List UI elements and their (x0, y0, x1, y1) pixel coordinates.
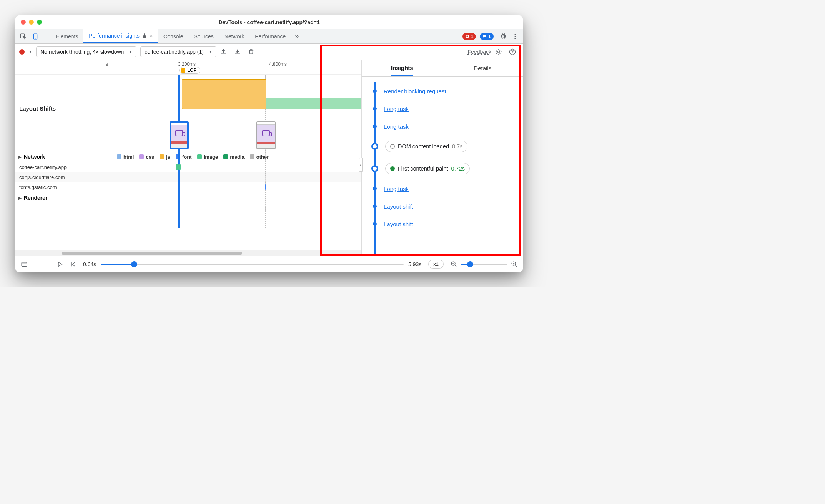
timeline-pane: s 3,200ms 4,800ms LCP Layout Shifts (15, 60, 361, 256)
lcp-color-icon (181, 68, 185, 73)
insights-toolbar: ▼ No network throttling, 4× slowdown ▼ c… (15, 44, 523, 60)
insight-dot-icon (373, 187, 377, 191)
network-host-row[interactable]: fonts.gstatic.com (15, 182, 361, 192)
scrollbar-thumb[interactable] (62, 252, 242, 255)
time-slider[interactable] (101, 264, 404, 265)
settings-icon[interactable] (497, 31, 508, 42)
disclosure-triangle-icon[interactable]: ▶ (18, 155, 22, 159)
layout-shifts-section: Layout Shifts (15, 75, 361, 151)
filmstrip-thumb-selected[interactable] (170, 121, 189, 149)
horizontal-scrollbar[interactable] (15, 250, 361, 256)
error-badge[interactable]: 1 (462, 33, 476, 40)
trash-icon[interactable] (248, 48, 258, 55)
dashed-marker (180, 75, 180, 228)
status-dot-icon (390, 166, 395, 171)
more-tabs-icon[interactable]: » (293, 32, 301, 40)
tab-insights[interactable]: Insights (362, 60, 442, 76)
close-tab-icon[interactable]: × (150, 33, 153, 39)
filmstrip-thumb[interactable] (256, 121, 276, 149)
maximize-icon[interactable] (37, 20, 42, 25)
devtools-tabbar: Elements Performance insights × Console … (15, 29, 523, 44)
chevron-down-icon: ▼ (208, 50, 212, 54)
issues-badge[interactable]: 1 (480, 33, 494, 40)
feedback-link[interactable]: Feedback (468, 49, 491, 55)
time-tick: s (106, 61, 108, 67)
tab-console[interactable]: Console (158, 29, 188, 43)
slider-knob[interactable] (467, 261, 473, 267)
network-host-row[interactable]: coffee-cart.netlify.app (15, 162, 361, 172)
minimize-icon[interactable] (29, 20, 34, 25)
download-icon[interactable] (234, 48, 244, 55)
insight-item[interactable]: Long task (371, 100, 517, 118)
zoom-out-icon[interactable] (451, 261, 457, 267)
network-legend: html css js font image media other (109, 154, 358, 160)
help-icon[interactable] (509, 48, 519, 55)
insight-item[interactable]: Layout shift (371, 215, 517, 233)
timeline-ruler: s 3,200ms 4,800ms LCP (15, 60, 361, 75)
insights-list: Render blocking request Long task Long t… (362, 77, 523, 256)
traffic-lights (21, 20, 42, 25)
zoom-in-icon[interactable] (511, 261, 517, 267)
insight-dot-icon (373, 89, 377, 93)
device-toggle-icon[interactable] (30, 31, 41, 42)
slider-knob[interactable] (131, 261, 137, 267)
tab-network[interactable]: Network (219, 29, 249, 43)
insight-link[interactable]: Layout shift (384, 221, 413, 227)
insight-link[interactable]: Long task (384, 186, 409, 192)
zoom-slider[interactable] (461, 264, 507, 265)
range-end-time: 5.93s (408, 261, 421, 267)
insight-item[interactable]: Render blocking request (371, 82, 517, 100)
throttling-select[interactable]: No network throttling, 4× slowdown ▼ (36, 46, 136, 57)
tab-details[interactable]: Details (442, 60, 523, 76)
timeline-canvas[interactable] (105, 75, 361, 151)
insight-link[interactable]: Long task (384, 123, 409, 130)
insight-dot-icon (373, 107, 377, 111)
upload-icon[interactable] (220, 48, 230, 55)
insight-dot-icon (373, 222, 377, 226)
toggle-view-icon[interactable] (21, 261, 28, 268)
playback-speed[interactable]: x1 (428, 260, 444, 269)
gear-icon[interactable] (495, 48, 505, 55)
insight-milestone[interactable]: First contentful paint 0.72s (371, 158, 517, 180)
separator (44, 32, 44, 41)
rewind-icon[interactable] (70, 261, 76, 267)
page-select[interactable]: coffee-cart.netlify.app (1) ▼ (140, 46, 216, 57)
insight-item[interactable]: Long task (371, 118, 517, 135)
svg-point-4 (515, 34, 516, 35)
record-menu-caret[interactable]: ▼ (28, 50, 32, 54)
close-icon[interactable] (21, 20, 26, 25)
svg-point-6 (515, 38, 516, 39)
network-host-row[interactable]: cdnjs.cloudflare.com (15, 172, 361, 182)
insight-item[interactable]: Layout shift (371, 197, 517, 215)
time-tick: 3,200ms (178, 61, 196, 67)
insights-pane-tabs: Insights Details (362, 60, 523, 77)
record-button[interactable] (19, 49, 25, 55)
play-icon[interactable] (57, 261, 63, 267)
message-icon (482, 34, 487, 38)
insight-ring-icon (371, 143, 378, 150)
insight-link[interactable]: Layout shift (384, 203, 413, 210)
timeline-block[interactable] (182, 79, 266, 109)
tab-elements[interactable]: Elements (50, 29, 83, 43)
insight-milestone[interactable]: DOM content loaded 0.7s (371, 135, 517, 158)
kebab-menu-icon[interactable] (510, 31, 521, 42)
insight-item[interactable]: Long task (371, 180, 517, 197)
inspect-icon[interactable] (18, 31, 28, 42)
renderer-section[interactable]: ▶ Renderer (15, 192, 361, 203)
playhead-marker[interactable] (178, 75, 180, 228)
milestone-pill: DOM content loaded 0.7s (385, 141, 467, 152)
timeline-block[interactable] (266, 98, 361, 109)
tab-performance[interactable]: Performance (249, 29, 291, 43)
network-section: ▶ Network html css js font image media o… (15, 151, 361, 192)
network-header[interactable]: ▶ Network html css js font image media o… (15, 151, 361, 162)
lcp-marker[interactable]: LCP (179, 67, 200, 74)
main-content: s 3,200ms 4,800ms LCP Layout Shifts (15, 60, 523, 256)
insight-link[interactable]: Render blocking request (384, 88, 446, 94)
tab-sources[interactable]: Sources (188, 29, 219, 43)
disclosure-triangle-icon[interactable]: ▶ (18, 196, 22, 200)
zoom-controls (451, 261, 517, 267)
insight-dot-icon (373, 124, 377, 128)
tab-performance-insights[interactable]: Performance insights × (83, 29, 158, 43)
insight-link[interactable]: Long task (384, 106, 409, 112)
svg-line-15 (515, 265, 517, 267)
